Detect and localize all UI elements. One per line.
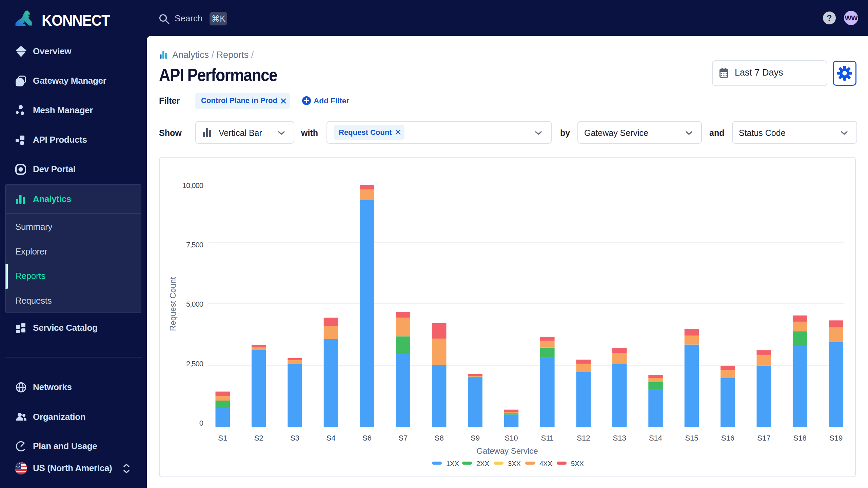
svg-text:S7: S7 [398, 434, 408, 442]
svg-text:S4: S4 [327, 434, 336, 442]
svg-text:S9: S9 [471, 434, 480, 442]
svg-text:S17: S17 [757, 434, 770, 442]
svg-text:3XX: 3XX [508, 460, 521, 467]
svg-text:2XX: 2XX [476, 460, 489, 467]
svg-text:S2: S2 [254, 434, 263, 442]
svg-text:1XX: 1XX [446, 460, 459, 467]
svg-text:S6: S6 [362, 434, 372, 442]
svg-text:S14: S14 [649, 434, 662, 442]
svg-text:S12: S12 [577, 434, 590, 442]
svg-text:0: 0 [199, 419, 203, 427]
svg-text:7,500: 7,500 [186, 241, 203, 249]
svg-text:Request Count: Request Count [168, 277, 177, 331]
svg-text:S11: S11 [541, 434, 554, 442]
svg-text:S13: S13 [613, 434, 626, 442]
svg-text:S15: S15 [685, 434, 698, 442]
svg-text:S16: S16 [721, 434, 734, 442]
svg-text:2,500: 2,500 [186, 360, 203, 368]
svg-text:4XX: 4XX [539, 460, 552, 467]
svg-text:S19: S19 [829, 434, 843, 442]
svg-text:10,000: 10,000 [182, 181, 203, 190]
svg-text:S8: S8 [435, 434, 444, 442]
svg-text:S10: S10 [505, 434, 518, 442]
svg-text:Gateway Service: Gateway Service [476, 446, 538, 455]
svg-text:5,000: 5,000 [186, 300, 203, 308]
svg-text:5XX: 5XX [571, 460, 584, 467]
svg-text:S3: S3 [290, 434, 299, 442]
svg-text:S18: S18 [793, 434, 807, 442]
svg-text:S1: S1 [218, 434, 227, 442]
